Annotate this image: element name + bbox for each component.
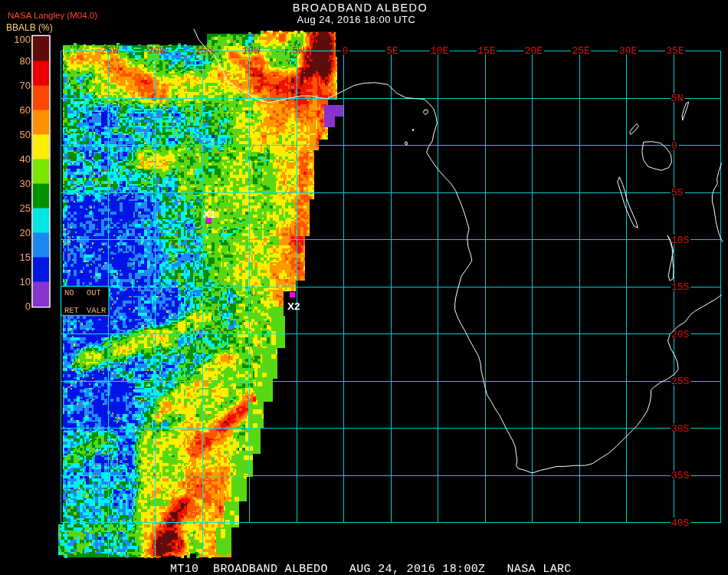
svg-text:20W: 20W	[148, 45, 166, 57]
svg-text:40: 40	[20, 153, 31, 165]
svg-text:0: 0	[25, 301, 31, 312]
svg-text:20: 20	[20, 227, 31, 238]
svg-text:25: 25	[20, 202, 31, 214]
svg-text:25S: 25S	[671, 376, 690, 387]
svg-text:30: 30	[20, 178, 31, 189]
svg-text:X1: X1	[203, 209, 216, 220]
svg-text:VALR: VALR	[87, 306, 107, 315]
svg-text:10E: 10E	[431, 45, 449, 57]
svg-text:50: 50	[20, 129, 31, 140]
svg-text:80: 80	[20, 55, 31, 67]
svg-text:0: 0	[343, 45, 349, 57]
svg-text:20E: 20E	[525, 45, 543, 57]
svg-text:40S: 40S	[671, 518, 690, 529]
svg-text:35S: 35S	[671, 470, 690, 481]
svg-text:OUT: OUT	[87, 288, 101, 297]
svg-text:35E: 35E	[666, 45, 684, 57]
svg-text:25E: 25E	[572, 45, 590, 57]
svg-text:5E: 5E	[386, 45, 398, 57]
svg-text:100: 100	[14, 34, 31, 45]
svg-text:15W: 15W	[195, 45, 213, 57]
svg-text:30S: 30S	[671, 423, 690, 435]
svg-text:10S: 10S	[671, 235, 690, 246]
svg-text:5W: 5W	[292, 45, 304, 57]
svg-text:10W: 10W	[242, 45, 261, 57]
svg-text:30E: 30E	[619, 45, 638, 57]
svg-text:15: 15	[20, 251, 31, 263]
svg-text:70: 70	[20, 80, 31, 91]
svg-text:NO: NO	[64, 288, 74, 297]
svg-text:60: 60	[20, 104, 31, 116]
svg-text:10: 10	[20, 276, 31, 288]
svg-text:5S: 5S	[671, 187, 684, 199]
svg-text:X2: X2	[287, 301, 300, 312]
svg-text:15S: 15S	[671, 281, 690, 293]
svg-text:25W: 25W	[100, 45, 119, 57]
svg-text:15E: 15E	[477, 45, 496, 57]
svg-text:RET: RET	[64, 306, 79, 315]
svg-text:5N: 5N	[671, 93, 684, 104]
svg-text:0: 0	[671, 140, 677, 152]
